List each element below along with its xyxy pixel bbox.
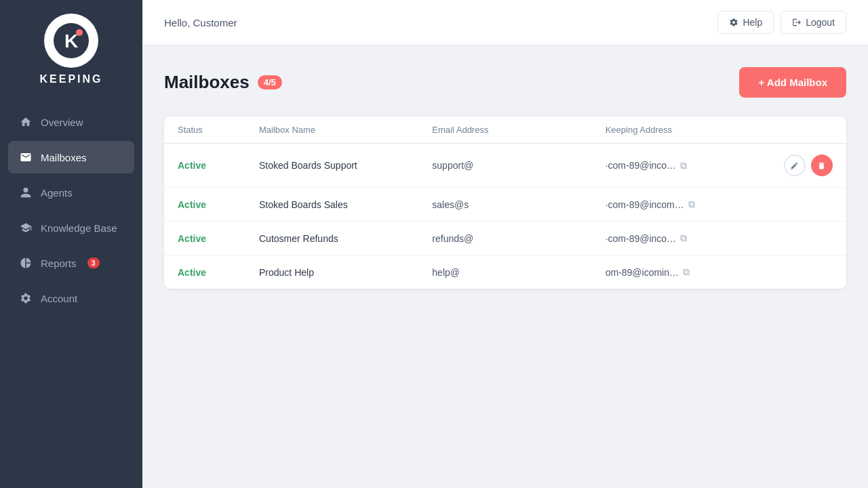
keeping-text: ·com-89@incom…	[606, 199, 684, 210]
email-text: support@	[432, 160, 473, 171]
sidebar: K KEEPING Overview Mailboxes Agents	[0, 0, 142, 488]
sidebar-item-agents[interactable]: Agents	[8, 176, 134, 209]
logo-circle: K	[44, 14, 98, 68]
chart-icon	[19, 256, 33, 270]
delete-icon	[817, 161, 826, 170]
svg-point-2	[76, 29, 83, 36]
reports-badge: 3	[87, 258, 100, 268]
user-icon	[19, 186, 33, 199]
envelope-icon	[19, 150, 33, 164]
keeping-address: om-89@icomin… ⧉	[606, 266, 778, 278]
logo-icon: K	[54, 23, 89, 58]
keeping-text: om-89@icomin…	[606, 267, 679, 278]
sidebar-label-reports: Reports	[41, 258, 77, 269]
col-email: Email Address	[432, 125, 605, 135]
keeping-address: ·com-89@inco… ⧉	[606, 160, 778, 171]
brand-name: KEEPING	[39, 73, 102, 85]
add-mailbox-button[interactable]: + Add Mailbox	[739, 67, 846, 98]
keeping-address: ·com-89@incom… ⧉	[606, 199, 778, 210]
copy-icon[interactable]: ⧉	[680, 232, 687, 244]
logo-area: K KEEPING	[0, 0, 142, 99]
header-greeting: Hello, Customer	[164, 17, 237, 28]
edit-button[interactable]	[784, 155, 806, 176]
page-title-group: Mailboxes 4/5	[164, 72, 282, 93]
knowledge-icon	[19, 221, 33, 235]
row-actions	[778, 155, 833, 176]
delete-button[interactable]	[811, 155, 833, 176]
sidebar-item-knowledge-base[interactable]: Knowledge Base	[8, 211, 134, 244]
email-text: help@	[432, 267, 460, 278]
header-actions: Help Logout	[717, 11, 846, 34]
col-mailbox-name: Mailbox Name	[259, 125, 432, 135]
table-row: Active Product Help help@ om-89@icomin… …	[164, 256, 846, 289]
status-active: Active	[178, 233, 259, 244]
keeping-text: ·com-89@inco…	[606, 160, 676, 171]
email-address: help@	[432, 267, 605, 278]
mailbox-name: Stoked Boards Sales	[259, 199, 432, 210]
keeping-text: ·com-89@inco…	[606, 233, 676, 244]
table-row: Active Stoked Boards Support support@ ·c…	[164, 144, 846, 188]
page-title: Mailboxes	[164, 72, 250, 93]
sidebar-item-mailboxes[interactable]: Mailboxes	[8, 141, 134, 174]
table-header: Status Mailbox Name Email Address Keepin…	[164, 117, 846, 144]
help-button[interactable]: Help	[717, 11, 774, 34]
status-active: Active	[178, 160, 259, 171]
help-label: Help	[743, 17, 762, 28]
col-status: Status	[178, 125, 259, 135]
svg-text:K: K	[64, 30, 78, 52]
sidebar-item-reports[interactable]: Reports 3	[8, 247, 134, 279]
sidebar-label-account: Account	[41, 293, 77, 304]
email-address: sales@s	[432, 199, 605, 210]
col-actions	[778, 125, 833, 135]
sidebar-label-agents: Agents	[41, 187, 73, 199]
email-text: sales@s	[432, 199, 469, 210]
page-content: Mailboxes 4/5 + Add Mailbox Status Mailb…	[142, 45, 868, 488]
status-active: Active	[178, 199, 259, 210]
main-content: Hello, Customer Help Logout Mailboxes 4/…	[142, 0, 868, 488]
mailbox-name: Product Help	[259, 267, 432, 278]
copy-icon[interactable]: ⧉	[680, 160, 687, 171]
home-icon	[19, 115, 33, 129]
sidebar-label-overview: Overview	[41, 117, 83, 128]
gear-icon	[19, 291, 33, 305]
sidebar-label-mailboxes: Mailboxes	[41, 152, 87, 163]
header: Hello, Customer Help Logout	[142, 0, 868, 45]
gear-help-icon	[729, 18, 738, 27]
keeping-address: ·com-89@inco… ⧉	[606, 232, 778, 244]
mailboxes-table: Status Mailbox Name Email Address Keepin…	[164, 117, 846, 289]
table-row: Active Cutosmer Refunds refunds@ ·com-89…	[164, 222, 846, 256]
col-keeping-address: Keeping Address	[606, 125, 778, 135]
edit-icon	[790, 161, 799, 170]
table-row: Active Stoked Boards Sales sales@s ·com-…	[164, 188, 846, 222]
logout-icon	[792, 18, 802, 27]
email-address: support@	[432, 160, 605, 171]
count-badge: 4/5	[258, 75, 282, 89]
sidebar-item-account[interactable]: Account	[8, 282, 134, 314]
copy-icon[interactable]: ⧉	[683, 266, 690, 278]
logout-button[interactable]: Logout	[781, 11, 846, 34]
copy-icon[interactable]: ⧉	[688, 199, 695, 210]
page-header: Mailboxes 4/5 + Add Mailbox	[164, 67, 846, 98]
mailbox-name: Stoked Boards Support	[259, 160, 432, 171]
mailbox-name: Cutosmer Refunds	[259, 233, 432, 244]
email-address: refunds@	[432, 233, 605, 244]
sidebar-label-knowledge-base: Knowledge Base	[41, 222, 117, 234]
sidebar-nav: Overview Mailboxes Agents Knowledge Base	[0, 99, 142, 321]
sidebar-item-overview[interactable]: Overview	[8, 106, 134, 138]
email-text: refunds@	[432, 233, 473, 244]
status-active: Active	[178, 267, 259, 278]
logout-label: Logout	[806, 17, 835, 28]
